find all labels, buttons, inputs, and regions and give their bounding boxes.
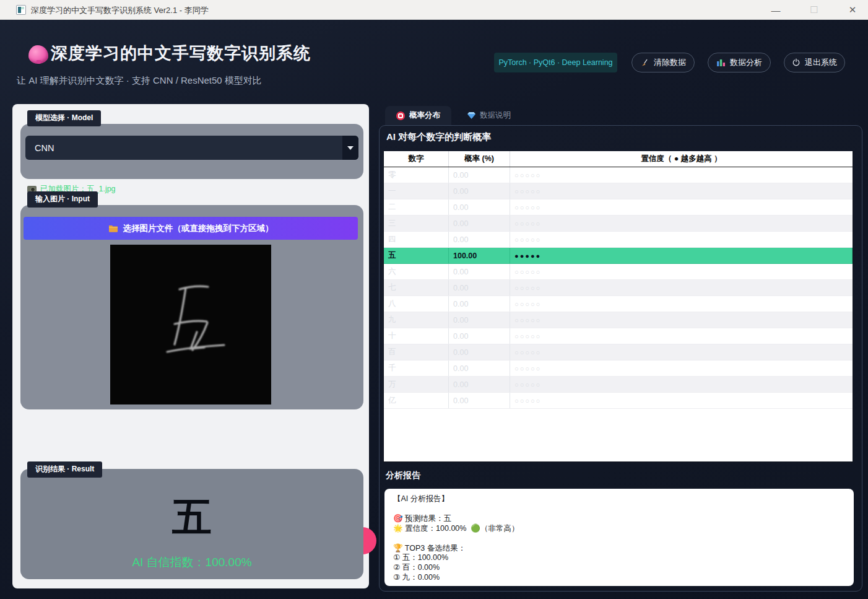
- probability-pane: AI 对每个数字的判断概率 数字 概率 (%) 置信度（ ● 越多越高 ） 零0…: [379, 125, 862, 592]
- cell-digit: 一: [384, 183, 449, 199]
- cell-dots: ○○○○○: [510, 183, 853, 199]
- report-box[interactable]: 【AI 分析报告】 🎯 预测结果：五🌟 置信度：100.00% 🟢（非常高） 🏆…: [384, 489, 854, 586]
- table-row[interactable]: 七0.00○○○○○: [384, 280, 853, 296]
- cell-digit: 百: [384, 344, 449, 360]
- confidence-text: AI 自信指数：100.00%: [20, 554, 363, 571]
- data-analysis-label: 数据分析: [730, 57, 762, 68]
- col-header-prob: 概率 (%): [449, 151, 510, 167]
- cell-dots: ○○○○○: [510, 312, 853, 328]
- tab-data-info[interactable]: 数据说明: [456, 106, 522, 125]
- exit-button[interactable]: 退出系统: [784, 53, 845, 72]
- power-icon: [792, 58, 801, 67]
- cell-digit: 五: [384, 248, 449, 263]
- input-group-label: 输入图片 · Input: [27, 191, 98, 208]
- model-group-label: 模型选择 · Model: [27, 110, 101, 126]
- maximize-button[interactable]: ☐: [805, 4, 823, 15]
- model-group: CNN 已加载图片：五_1.jpg: [20, 124, 363, 179]
- table-row[interactable]: 四0.00○○○○○: [384, 232, 853, 248]
- cell-dots: ○○○○○: [510, 232, 853, 247]
- target-icon: [396, 111, 405, 120]
- input-group: 选择图片文件（或直接拖拽到下方区域）: [20, 205, 363, 409]
- cell-prob: 0.00: [449, 183, 510, 199]
- clear-data-label: 清除数据: [654, 57, 686, 68]
- report-line: [393, 504, 845, 514]
- report-line: ③ 九：0.00%: [393, 573, 845, 583]
- clear-data-button[interactable]: 清除数据: [631, 53, 695, 72]
- cell-digit: 九: [384, 312, 449, 328]
- probability-table[interactable]: 数字 概率 (%) 置信度（ ● 越多越高 ） 零0.00○○○○○一0.00○…: [383, 151, 853, 462]
- table-row[interactable]: 五100.00●●●●●: [384, 248, 853, 264]
- data-analysis-button[interactable]: 数据分析: [708, 53, 771, 72]
- result-group-label: 识别结果 · Result: [27, 461, 102, 478]
- close-button[interactable]: ✕: [843, 4, 862, 15]
- cell-dots: ○○○○○: [510, 328, 853, 344]
- cell-dots: ○○○○○: [510, 216, 853, 231]
- left-panel: 模型选择 · Model CNN 已加载图片：五_1.jpg 输入图片 · In…: [12, 104, 369, 588]
- table-header-row: 数字 概率 (%) 置信度（ ● 越多越高 ）: [384, 151, 853, 167]
- model-select[interactable]: CNN: [25, 136, 358, 160]
- prob-table-body: 零0.00○○○○○一0.00○○○○○二0.00○○○○○三0.00○○○○○…: [384, 167, 853, 409]
- table-row[interactable]: 万0.00○○○○○: [384, 377, 853, 393]
- exit-label: 退出系统: [805, 57, 837, 68]
- table-row[interactable]: 百0.00○○○○○: [384, 344, 853, 361]
- table-row[interactable]: 三0.00○○○○○: [384, 216, 853, 232]
- cell-digit: 亿: [384, 393, 449, 408]
- table-row[interactable]: 千0.00○○○○○: [384, 361, 853, 377]
- model-select-value: CNN: [35, 143, 54, 153]
- cell-prob: 0.00: [449, 167, 510, 183]
- choose-image-button[interactable]: 选择图片文件（或直接拖拽到下方区域）: [24, 217, 358, 240]
- cell-digit: 三: [384, 216, 449, 231]
- page-subtitle: 让 AI 理解并识别中文数字 · 支持 CNN / ResNet50 模型对比: [17, 75, 262, 87]
- page-title: 深度学习的中文手写数字识别系统: [51, 42, 311, 64]
- cell-dots: ○○○○○: [510, 377, 853, 392]
- table-row[interactable]: 六0.00○○○○○: [384, 264, 853, 280]
- minimize-button[interactable]: —: [766, 5, 785, 15]
- cell-prob: 0.00: [449, 377, 510, 392]
- cell-prob: 0.00: [449, 264, 510, 279]
- tab-probability[interactable]: 概率分布: [385, 106, 451, 125]
- table-title: AI 对每个数字的判断概率: [386, 131, 491, 143]
- chevron-down-icon[interactable]: [342, 136, 358, 160]
- table-row[interactable]: 一0.00○○○○○: [384, 183, 853, 199]
- cell-digit: 二: [384, 199, 449, 215]
- cell-digit: 零: [384, 167, 449, 183]
- tech-badge: PyTorch · PyQt6 · Deep Learning: [494, 53, 617, 72]
- cell-dots: ●●●●●: [510, 248, 853, 263]
- app-window: 深度学习的中文手写数字识别系统 Ver2.1 - 李同学 — ☐ ✕ 深度学习的…: [0, 0, 868, 599]
- cell-digit: 八: [384, 296, 449, 312]
- cell-dots: ○○○○○: [510, 361, 853, 376]
- cell-prob: 0.00: [449, 280, 510, 295]
- report-line: 🏆 TOP3 备选结果：: [393, 544, 845, 554]
- report-line: 🌟 置信度：100.00% 🟢（非常高）: [393, 524, 845, 534]
- cell-dots: ○○○○○: [510, 393, 853, 408]
- window-title: 深度学习的中文手写数字识别系统 Ver2.1 - 李同学: [31, 5, 209, 16]
- cell-prob: 0.00: [449, 361, 510, 376]
- col-header-confidence: 置信度（ ● 越多越高 ）: [510, 151, 853, 167]
- table-row[interactable]: 零0.00○○○○○: [384, 167, 853, 183]
- handwritten-digit-image: [110, 245, 271, 404]
- report-line: 【AI 分析报告】: [393, 494, 845, 504]
- cell-prob: 0.00: [449, 216, 510, 231]
- cell-digit: 四: [384, 232, 449, 247]
- cell-dots: ○○○○○: [510, 167, 853, 183]
- choose-image-label: 选择图片文件（或直接拖拽到下方区域）: [123, 223, 274, 234]
- report-line: [393, 534, 845, 544]
- report-title: 分析报告: [386, 470, 420, 481]
- table-row[interactable]: 二0.00○○○○○: [384, 199, 853, 216]
- report-line: ① 五：100.00%: [393, 553, 845, 563]
- cell-dots: ○○○○○: [510, 280, 853, 295]
- cell-prob: 0.00: [449, 232, 510, 247]
- cell-prob: 100.00: [449, 248, 510, 263]
- cell-prob: 0.00: [449, 393, 510, 408]
- result-group: 五 AI 自信指数：100.00%: [20, 469, 363, 579]
- cell-digit: 七: [384, 280, 449, 295]
- table-row[interactable]: 亿0.00○○○○○: [384, 393, 853, 409]
- tab-data-info-label: 数据说明: [480, 110, 511, 121]
- input-image-preview[interactable]: [110, 245, 271, 404]
- table-row[interactable]: 八0.00○○○○○: [384, 296, 853, 312]
- table-row[interactable]: 十0.00○○○○○: [384, 328, 853, 344]
- table-row[interactable]: 九0.00○○○○○: [384, 312, 853, 328]
- cell-dots: ○○○○○: [510, 296, 853, 312]
- cell-digit: 万: [384, 377, 449, 392]
- cell-dots: ○○○○○: [510, 199, 853, 215]
